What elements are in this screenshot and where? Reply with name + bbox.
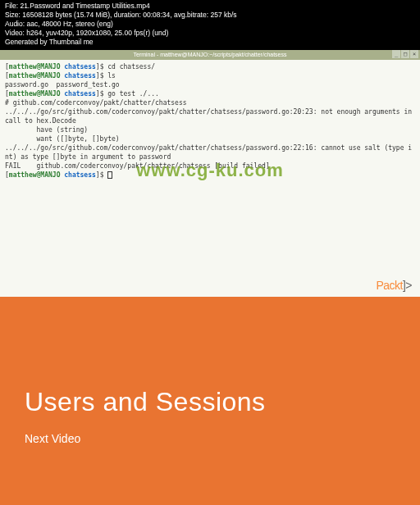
cursor-icon (107, 171, 112, 179)
terminal-window: Terminal - matthew@MANJO:~/scripts/pakt/… (0, 50, 420, 296)
terminal-line: [matthew@MANJO chatsess]$ (5, 171, 415, 180)
packt-name: Packt (376, 279, 403, 292)
prompt-user: matthew@MANJO (9, 72, 61, 80)
terminal-line: [matthew@MANJO chatsess]$ cd chatsess/ (5, 62, 415, 71)
generator-line: Generated by Thumbnail me (5, 38, 94, 46)
prompt-path: chatsess (60, 171, 95, 179)
terminal-titlebar[interactable]: Terminal - matthew@MANJO:~/scripts/pakt/… (0, 50, 420, 60)
output-line: # github.com/coderconvoy/pakt/chatter/ch… (5, 98, 415, 107)
error-line: have (string) (5, 125, 415, 134)
maximize-icon[interactable]: □ (401, 50, 409, 58)
minimize-icon[interactable]: _ (392, 50, 400, 58)
file-name-line: File: 21.Password and Timestamp Utilitie… (5, 2, 150, 10)
panel-title: Users and Sessions (25, 387, 395, 417)
packt-bracket-icon: ]> (403, 279, 412, 292)
next-video-panel: Users and Sessions Next Video (0, 297, 420, 505)
error-line: want ([]byte, []byte) (5, 134, 415, 143)
file-info-header: File: 21.Password and Timestamp Utilitie… (0, 0, 420, 48)
close-icon[interactable]: × (410, 50, 418, 58)
error-line: ../../../go/src/github.com/coderconvoy/p… (5, 143, 415, 162)
audio-line: Audio: aac, 48000 Hz, stereo (eng) (5, 20, 113, 28)
fail-line: FAIL github.com/coderconvoy/pakt/chatter… (5, 162, 415, 171)
terminal-body[interactable]: [matthew@MANJO chatsess]$ cd chatsess/ [… (0, 60, 420, 306)
error-line: ../../../go/src/github.com/coderconvoy/p… (5, 107, 415, 125)
prompt-path: chatsess (60, 72, 95, 80)
prompt-user: matthew@MANJO (9, 63, 61, 71)
video-line: Video: h264, yuv420p, 1920x1080, 25.00 f… (5, 29, 168, 37)
window-buttons: _ □ × (392, 50, 418, 58)
prompt-user: matthew@MANJO (9, 90, 61, 98)
terminal-line: [matthew@MANJO chatsess]$ ls (5, 71, 415, 80)
output-line: password.go password_test.go (5, 80, 415, 89)
packt-logo: Packt]> (376, 279, 412, 292)
terminal-line: [matthew@MANJO chatsess]$ go test ./... (5, 89, 415, 98)
prompt-user: matthew@MANJO (9, 171, 61, 179)
prompt-path: chatsess (60, 90, 95, 98)
file-size-line: Size: 16508128 bytes (15.74 MiB), durati… (5, 11, 237, 19)
command-text: ]$ cd chatsess/ (96, 63, 155, 71)
panel-subtitle: Next Video (25, 432, 395, 445)
command-text: ]$ ls (96, 72, 116, 80)
command-text: ]$ go test ./... (96, 90, 159, 98)
prompt-path: chatsess (60, 63, 95, 71)
